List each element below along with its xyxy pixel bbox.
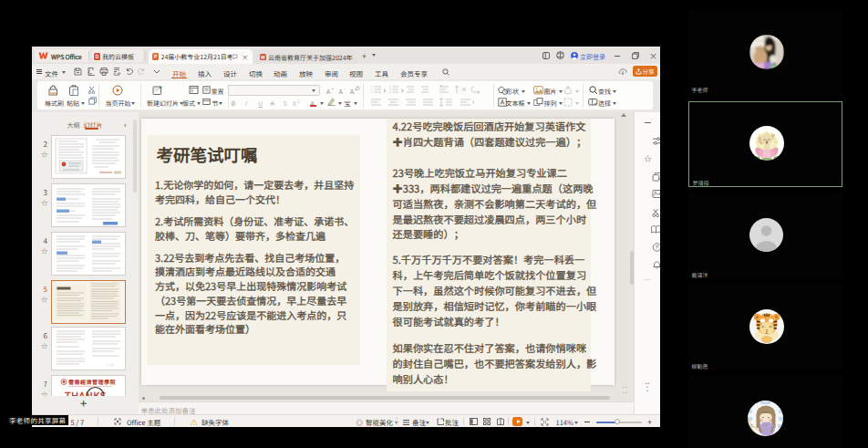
svg-text:1 / 10: 1 / 10 — [107, 363, 114, 367]
svg-text:雲南經濟管理學院: 雲南經濟管理學院 — [68, 378, 116, 386]
